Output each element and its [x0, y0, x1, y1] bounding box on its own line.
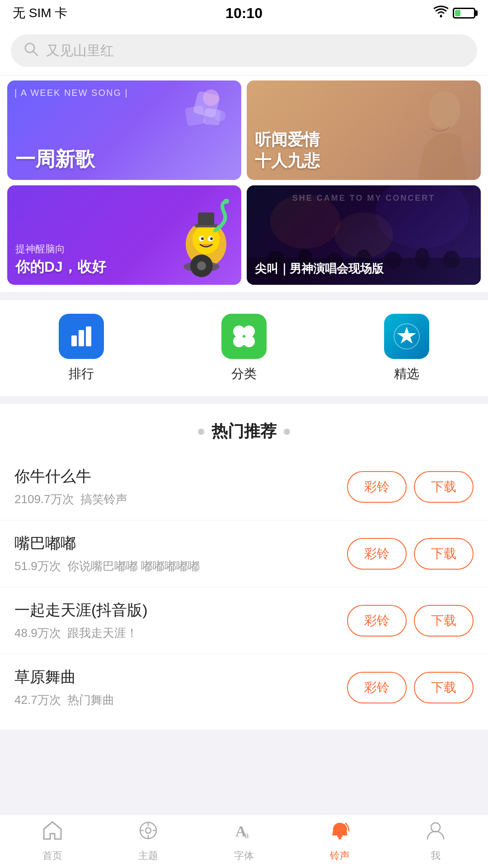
- song-actions-4: 彩铃 下载: [347, 672, 474, 703]
- category-label: 分类: [231, 365, 257, 382]
- ringtone-btn-2[interactable]: 彩铃: [347, 538, 407, 570]
- quick-nav: 排行 分类 精选: [0, 300, 488, 396]
- nav-item-ranking[interactable]: 排行: [59, 314, 104, 382]
- wifi-icon: [434, 5, 448, 21]
- ringtone-icon: [329, 820, 350, 845]
- tab-ringtone-label: 铃声: [330, 849, 350, 863]
- svg-rect-34: [79, 330, 84, 346]
- tab-me[interactable]: 我: [388, 820, 483, 863]
- banner-3-title: 你的DJ，收好: [15, 258, 106, 277]
- song-actions-2: 彩铃 下载: [347, 538, 474, 570]
- category-icon-wrap: [221, 314, 267, 359]
- tab-home-label: 首页: [42, 849, 62, 863]
- banner-1-tag: | A WEEK NEW SONG |: [14, 88, 128, 98]
- tab-theme[interactable]: 主题: [100, 820, 196, 863]
- nav-item-category[interactable]: 分类: [221, 314, 267, 382]
- song-info-4: 草原舞曲 42.7万次 热门舞曲: [14, 667, 347, 708]
- search-bar-container: 又见山里红: [0, 26, 488, 75]
- theme-icon: [138, 820, 159, 845]
- svg-point-52: [338, 837, 341, 840]
- song-info-1: 你牛什么牛 2109.7万次 搞笑铃声: [14, 466, 347, 507]
- song-meta-4: 42.7万次 热门舞曲: [14, 692, 347, 708]
- tab-font-label: 字体: [234, 849, 254, 863]
- svg-rect-12: [198, 212, 214, 225]
- download-btn-1[interactable]: 下载: [414, 471, 474, 503]
- banner-4-bg-text: SHE CAME TO MY CONCERT: [247, 193, 481, 203]
- ringtone-btn-3[interactable]: 彩铃: [347, 605, 407, 637]
- hot-title: 热门推荐: [211, 420, 277, 443]
- tab-theme-label: 主题: [138, 849, 158, 863]
- carrier-text: 无 SIM 卡: [13, 5, 67, 22]
- ringtone-btn-1[interactable]: 彩铃: [347, 471, 407, 503]
- song-item-3: 一起走天涯(抖音版) 48.9万次 跟我走天涯！ 彩铃 下载: [0, 587, 488, 654]
- svg-point-6: [203, 90, 219, 106]
- featured-icon-wrap: [384, 314, 429, 359]
- svg-marker-41: [397, 327, 416, 344]
- song-meta-1: 2109.7万次 搞笑铃声: [14, 491, 347, 507]
- banner-2-title: 听闻爱情 十人九悲: [255, 129, 320, 172]
- song-actions-1: 彩铃 下载: [347, 471, 474, 503]
- banners-grid: | A WEEK NEW SONG | 一周新歌: [0, 76, 488, 292]
- song-title-1: 你牛什么牛: [14, 466, 347, 487]
- font-icon: A a: [234, 820, 254, 845]
- ranking-icon-wrap: [59, 314, 104, 359]
- banner-4-subtitle: 尖叫｜男神演唱会现场版: [255, 261, 473, 277]
- song-info-3: 一起走天涯(抖音版) 48.9万次 跟我走天涯！: [14, 600, 347, 641]
- status-bar: 无 SIM 卡 10:10: [0, 0, 488, 26]
- svg-rect-35: [86, 326, 91, 346]
- song-item-1: 你牛什么牛 2109.7万次 搞笑铃声 彩铃 下载: [0, 453, 488, 520]
- tab-ringtone[interactable]: 铃声: [292, 820, 388, 863]
- svg-point-19: [197, 261, 206, 270]
- song-info-2: 嘴巴嘟嘟 51.9万次 你说嘴巴嘟嘟 嘟嘟嘟嘟嘟: [14, 533, 347, 574]
- featured-label: 精选: [394, 365, 419, 382]
- banner-concert[interactable]: SHE CAME TO MY CONCERT 尖叫｜男神演唱会现场版: [247, 185, 481, 285]
- download-btn-2[interactable]: 下载: [414, 538, 474, 570]
- battery-icon: [453, 8, 475, 19]
- ringtone-btn-4[interactable]: 彩铃: [347, 672, 407, 703]
- banner-1-decoration: [177, 84, 236, 145]
- svg-point-53: [431, 823, 440, 832]
- song-title-3: 一起走天涯(抖音版): [14, 600, 347, 621]
- download-btn-3[interactable]: 下载: [414, 605, 474, 637]
- search-icon: [23, 42, 39, 60]
- svg-point-16: [210, 237, 213, 240]
- me-icon: [425, 820, 446, 845]
- song-meta-2: 51.9万次 你说嘴巴嘟嘟 嘟嘟嘟嘟嘟: [14, 558, 347, 574]
- tab-me-label: 我: [431, 849, 441, 863]
- home-icon: [42, 820, 63, 845]
- svg-point-39: [243, 335, 255, 347]
- svg-rect-4: [185, 105, 206, 126]
- banner-4-text-wrap: 尖叫｜男神演唱会现场版: [255, 261, 473, 277]
- banner-1-title: 一周新歌: [15, 146, 95, 172]
- banner-2-decoration: [399, 92, 481, 180]
- svg-point-15: [201, 237, 204, 240]
- search-bar[interactable]: 又见山里红: [11, 34, 477, 67]
- hot-dot-left: [198, 429, 204, 435]
- tab-font[interactable]: A a 字体: [196, 820, 292, 863]
- download-btn-4[interactable]: 下载: [414, 672, 474, 703]
- hot-header: 热门推荐: [0, 404, 488, 453]
- tab-bar: 首页 主题 A a 字体: [0, 814, 488, 868]
- song-title-4: 草原舞曲: [14, 667, 347, 688]
- svg-marker-42: [44, 822, 61, 839]
- status-right-icons: [434, 5, 475, 21]
- svg-point-0: [440, 15, 442, 17]
- banner-weekly-songs[interactable]: | A WEEK NEW SONG | 一周新歌: [7, 80, 241, 180]
- svg-point-7: [215, 110, 225, 121]
- banner-3-decoration: [165, 199, 238, 285]
- tab-home[interactable]: 首页: [5, 820, 100, 863]
- banner-3-subtitle: 提神醒脑向: [15, 242, 106, 256]
- svg-point-8: [429, 92, 460, 129]
- song-item-2: 嘴巴嘟嘟 51.9万次 你说嘴巴嘟嘟 嘟嘟嘟嘟嘟 彩铃 下载: [0, 520, 488, 587]
- svg-text:a: a: [244, 829, 249, 840]
- banner-dj[interactable]: 提神醒脑向 你的DJ，收好: [7, 185, 241, 285]
- song-item-4: 草原舞曲 42.7万次 热门舞曲 彩铃 下载: [0, 654, 488, 721]
- banner-love-song[interactable]: 听闻爱情 十人九悲: [247, 80, 481, 180]
- time-display: 10:10: [225, 5, 263, 22]
- banner-2-text-wrap: 听闻爱情 十人九悲: [255, 129, 320, 172]
- search-placeholder-text: 又见山里红: [46, 42, 114, 60]
- svg-line-2: [33, 52, 38, 56]
- nav-item-featured[interactable]: 精选: [384, 314, 429, 382]
- ranking-label: 排行: [69, 365, 94, 382]
- song-actions-3: 彩铃 下载: [347, 605, 474, 637]
